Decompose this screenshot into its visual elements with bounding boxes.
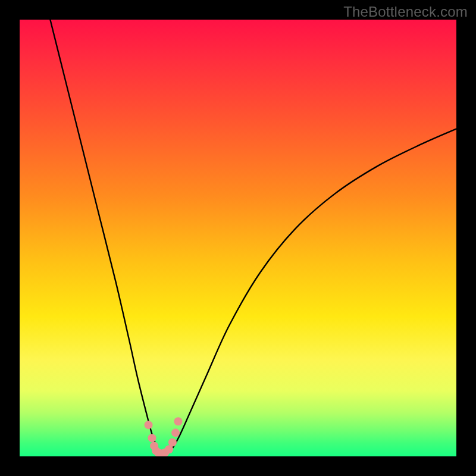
- highlight-dot: [148, 434, 156, 442]
- highlight-dot: [171, 428, 180, 437]
- highlight-valley: [145, 417, 183, 456]
- highlight-dot: [168, 439, 177, 447]
- curve-layer: [20, 20, 456, 456]
- plot-area: [20, 20, 456, 456]
- bottleneck-curve: [50, 20, 456, 454]
- watermark-text: TheBottleneck.com: [343, 4, 468, 20]
- highlight-dot: [145, 421, 153, 429]
- highlight-dot: [174, 417, 182, 425]
- chart-stage: TheBottleneck.com: [0, 0, 476, 476]
